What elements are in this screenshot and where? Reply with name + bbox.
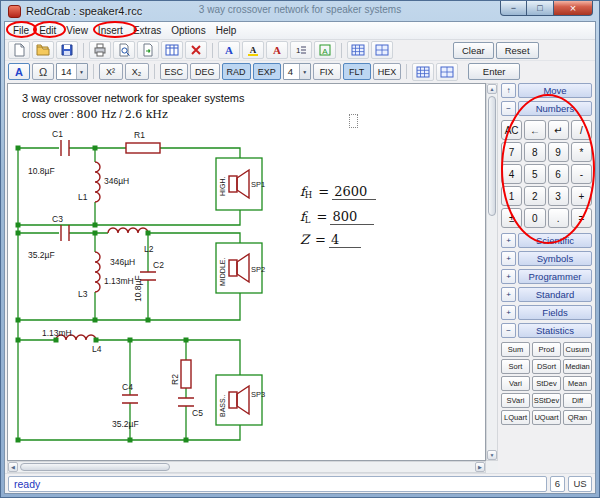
stat-cusum[interactable]: Cusum — [563, 342, 592, 357]
scroll-up-icon[interactable]: ▲ — [487, 84, 497, 94]
move-arrow-button[interactable]: ↑ — [501, 83, 516, 98]
key-2[interactable]: 2 — [524, 186, 545, 206]
circuit-diagram[interactable]: C1 10.8µF R1 L1 346µH C3 35.2µF L2 346µH… — [8, 84, 486, 461]
rad-button[interactable]: RAD — [222, 63, 251, 80]
stat-qran[interactable]: QRan — [563, 410, 592, 425]
status-message-field[interactable]: ready — [8, 476, 547, 492]
key-plusminus[interactable]: ± — [501, 208, 522, 228]
key-7[interactable]: 7 — [501, 142, 522, 162]
fields-expand-button[interactable]: + — [501, 305, 516, 320]
font-button[interactable]: A — [8, 63, 30, 80]
menu-view[interactable]: View — [61, 23, 93, 38]
scientific-expand-button[interactable]: + — [501, 233, 516, 248]
panel-numbers-label[interactable]: Numbers — [518, 101, 592, 116]
panel-scientific-label[interactable]: Scientific — [518, 233, 592, 248]
new-button[interactable] — [8, 41, 30, 59]
panel-fields-label[interactable]: Fields — [518, 305, 592, 320]
symbol-omega-button[interactable]: Ω — [32, 63, 54, 80]
reset-button[interactable]: Reset — [496, 42, 539, 59]
menu-file[interactable]: File — [8, 23, 34, 38]
stat-lquart[interactable]: LQuart — [501, 410, 530, 425]
panel-symbols-label[interactable]: Symbols — [518, 251, 592, 266]
symbols-expand-button[interactable]: + — [501, 251, 516, 266]
scroll-right-icon[interactable]: ▶ — [475, 462, 485, 472]
stat-dsort[interactable]: DSort — [532, 359, 561, 374]
combo-arrow-icon[interactable]: ▼ — [299, 64, 310, 79]
enter-button[interactable]: Enter — [468, 63, 520, 80]
key-enter[interactable]: ↵ — [548, 120, 569, 140]
scroll-left-icon[interactable]: ◀ — [8, 462, 18, 472]
grid-small-button[interactable] — [347, 41, 369, 59]
panel-programmer-label[interactable]: Programmer — [518, 269, 592, 284]
formula-z-value[interactable]: 4 — [329, 232, 361, 248]
print-preview-button[interactable] — [113, 41, 135, 59]
font-color-blue-button[interactable]: A — [218, 41, 240, 59]
char-frame-button[interactable]: A — [314, 41, 336, 59]
stat-svari[interactable]: SVari — [501, 393, 530, 408]
programmer-expand-button[interactable]: + — [501, 269, 516, 284]
numbered-list-button[interactable]: 1 — [290, 41, 312, 59]
fix-button[interactable]: FIX — [313, 63, 341, 80]
vertical-scrollbar[interactable]: ▲ ▼ — [486, 83, 498, 461]
formula-fl-value[interactable]: 800 — [330, 209, 374, 225]
stat-mean[interactable]: Mean — [563, 376, 592, 391]
key-6[interactable]: 6 — [548, 164, 569, 184]
stat-median[interactable]: Median — [563, 359, 592, 374]
panel-move-label[interactable]: Move — [518, 83, 592, 98]
key-3[interactable]: 3 — [548, 186, 569, 206]
key-9[interactable]: 9 — [548, 142, 569, 162]
standard-expand-button[interactable]: + — [501, 287, 516, 302]
deg-button[interactable]: DEG — [190, 63, 220, 80]
key-ac[interactable]: AC — [501, 120, 522, 140]
formula-fh-value[interactable]: 2600 — [332, 184, 376, 200]
key-0[interactable]: 0 — [524, 208, 545, 228]
matrix-large-button[interactable] — [436, 63, 458, 81]
clear-button[interactable]: Clear — [453, 42, 494, 59]
stat-diff[interactable]: Diff — [563, 393, 592, 408]
flt-button[interactable]: FLT — [343, 63, 371, 80]
panel-statistics-label[interactable]: Statistics — [518, 323, 592, 338]
stat-sstdev[interactable]: SStDev — [532, 393, 561, 408]
stat-stdev[interactable]: StDev — [532, 376, 561, 391]
superscript-button[interactable]: X² — [99, 63, 123, 80]
stat-uquart[interactable]: UQuart — [532, 410, 561, 425]
font-color-red-button[interactable]: A — [266, 41, 288, 59]
font-highlight-button[interactable]: A — [242, 41, 264, 59]
menu-extras[interactable]: Extras — [128, 23, 166, 38]
panel-standard-label[interactable]: Standard — [518, 287, 592, 302]
close-button[interactable]: × — [553, 1, 593, 16]
statistics-collapse-button[interactable]: − — [501, 323, 516, 338]
subscript-button[interactable]: X₂ — [125, 63, 149, 80]
key-8[interactable]: 8 — [524, 142, 545, 162]
key-divide[interactable]: / — [571, 120, 592, 140]
menu-help[interactable]: Help — [211, 23, 242, 38]
insert-table-button[interactable] — [161, 41, 183, 59]
key-backspace[interactable]: ← — [524, 120, 545, 140]
digits-combo[interactable]: 4 ▼ — [283, 63, 311, 80]
vertical-scroll-thumb[interactable] — [488, 96, 496, 216]
stat-vari[interactable]: Vari — [501, 376, 530, 391]
menu-options[interactable]: Options — [166, 23, 210, 38]
menu-edit[interactable]: Edit — [34, 23, 61, 38]
stat-sum[interactable]: Sum — [501, 342, 530, 357]
save-button[interactable] — [56, 41, 78, 59]
grid-large-button[interactable] — [371, 41, 393, 59]
maximize-button[interactable]: □ — [527, 1, 553, 16]
matrix-small-button[interactable] — [412, 63, 434, 81]
key-1[interactable]: 1 — [501, 186, 522, 206]
esc-button[interactable]: ESC — [160, 63, 189, 80]
key-decimal[interactable]: . — [548, 208, 569, 228]
worksheet-canvas[interactable]: 3 way crossover network for speaker syst… — [7, 83, 486, 461]
key-equals[interactable]: = — [571, 208, 592, 228]
scroll-down-icon[interactable]: ▼ — [487, 450, 497, 460]
font-size-combo[interactable]: 14 ▼ — [56, 63, 88, 80]
open-button[interactable] — [32, 41, 54, 59]
stat-prod[interactable]: Prod — [532, 342, 561, 357]
status-language[interactable]: US — [568, 476, 592, 492]
key-add[interactable]: + — [571, 186, 592, 206]
delete-button[interactable] — [185, 41, 207, 59]
menu-insert[interactable]: Insert — [93, 23, 128, 38]
horizontal-scrollbar[interactable]: ◀ ▶ — [7, 461, 486, 473]
hex-button[interactable]: HEX — [373, 63, 402, 80]
combo-arrow-icon[interactable]: ▼ — [76, 64, 87, 79]
